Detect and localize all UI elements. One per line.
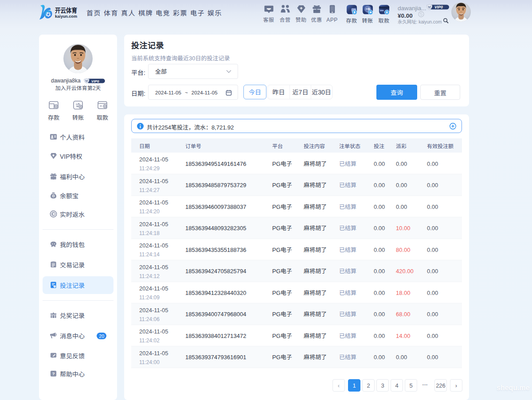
svg-text:?: ? xyxy=(52,371,55,376)
svg-text:VIP0: VIP0 xyxy=(91,79,99,83)
svg-text:开云体育: 开云体育 xyxy=(55,5,77,15)
svg-text:VIP0: VIP0 xyxy=(434,5,443,9)
svg-text:kaiyun.com: kaiyun.com xyxy=(55,14,77,19)
